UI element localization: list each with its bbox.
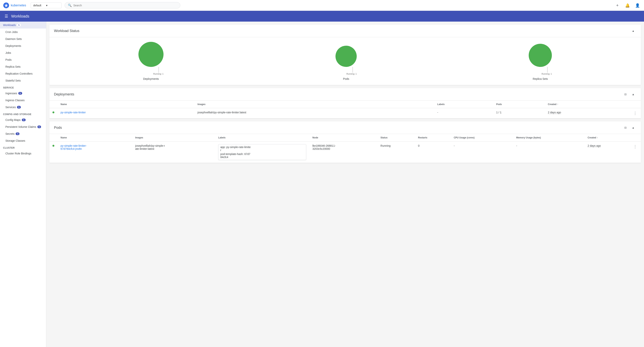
sidebar-item-services[interactable]: Services N bbox=[0, 104, 46, 111]
add-button[interactable]: + bbox=[614, 2, 621, 9]
chart-replica-sets-wrap: Running: 1 bbox=[529, 44, 552, 75]
collapse-icon: ▲ bbox=[632, 29, 634, 32]
deployments-filter-button[interactable]: ⊟ bbox=[622, 91, 628, 97]
table-row: py-simple-rate-limiter josephvelliah/py-… bbox=[49, 108, 641, 118]
sidebar-item-deployments[interactable]: Deployments bbox=[0, 42, 46, 49]
pods-col-labels: Labels bbox=[215, 134, 310, 142]
chart-pods-name: Pods bbox=[343, 77, 349, 80]
chart-deployments-running: Running: 1 bbox=[153, 73, 164, 75]
sidebar-item-jobs[interactable]: Jobs bbox=[0, 49, 46, 56]
filter-icon: ⊟ bbox=[624, 93, 627, 96]
sidebar-item-secrets[interactable]: Secrets N bbox=[0, 130, 46, 137]
pods-header: Pods ⊟ ▲ bbox=[49, 122, 641, 134]
workload-status-header: Workload Status ▲ bbox=[49, 25, 641, 37]
sidebar-item-daemon-sets[interactable]: Daemon Sets bbox=[0, 36, 46, 42]
sidebar-pvc-badge: N bbox=[38, 126, 41, 128]
sidebar-storage-classes-label: Storage Classes bbox=[6, 139, 25, 142]
pod-status-dot bbox=[52, 145, 54, 147]
pod-memory-cell: - bbox=[513, 142, 584, 163]
sidebar-item-config-maps[interactable]: Config Maps N bbox=[0, 116, 46, 124]
hamburger-icon[interactable]: ☰ bbox=[5, 14, 8, 18]
workload-status-collapse-button[interactable]: ▲ bbox=[630, 28, 636, 34]
deployments-col-status bbox=[49, 101, 58, 108]
chart-pods: Running: 1 Pods bbox=[336, 46, 357, 80]
sidebar-item-stateful-sets[interactable]: Stateful Sets bbox=[0, 77, 46, 84]
sidebar-secrets-label: Secrets bbox=[6, 132, 14, 135]
deployments-card: Deployments ⊟ ▲ Name Ima bbox=[49, 88, 641, 118]
deployments-collapse-icon: ▲ bbox=[632, 93, 634, 96]
search-bar[interactable]: 🔍 bbox=[64, 2, 180, 8]
sidebar-item-cron-jobs[interactable]: Cron Jobs bbox=[0, 28, 46, 36]
chart-pods-wrap: Running: 1 bbox=[336, 46, 357, 75]
namespace-value: default bbox=[33, 4, 46, 7]
namespace-selector[interactable]: default ▾ bbox=[31, 2, 62, 8]
deployment-name-link[interactable]: py-simple-rate-limiter bbox=[60, 111, 86, 114]
deployment-more-button[interactable]: ⋮ bbox=[632, 110, 638, 116]
pods-col-name: Name bbox=[58, 134, 132, 142]
pods-col-created[interactable]: Created ↑ bbox=[584, 134, 629, 142]
pod-labels-cell: app: py-simple-rate-limiter pod-template… bbox=[215, 142, 310, 163]
sidebar-item-storage-classes[interactable]: Storage Classes bbox=[0, 137, 46, 144]
sidebar-daemon-sets-label: Daemon Sets bbox=[6, 38, 22, 40]
pod-status-text-cell: Running bbox=[377, 142, 415, 163]
app-title: kubernetes bbox=[11, 4, 26, 7]
chart-pods-running: Running: 1 bbox=[346, 73, 357, 75]
section-title: Workloads bbox=[11, 14, 29, 18]
workload-status-title: Workload Status bbox=[54, 29, 630, 33]
account-button[interactable]: 👤 bbox=[634, 2, 641, 9]
pods-table: Name Images Labels Node Status Restarts … bbox=[49, 134, 641, 163]
pods-title: Pods bbox=[54, 126, 622, 130]
pods-filter-icon: ⊟ bbox=[624, 126, 627, 129]
sort-asc-icon: ↑ bbox=[557, 103, 558, 106]
search-icon: 🔍 bbox=[68, 4, 72, 7]
sidebar-secrets-badge: N bbox=[16, 132, 20, 135]
workload-status-actions: ▲ bbox=[630, 28, 636, 34]
sidebar-item-ingresses[interactable]: Ingresses N bbox=[0, 90, 46, 97]
pod-name-cell: py-simple-rate-limiter-67d784cfc4-jnv8n bbox=[58, 142, 132, 163]
pods-sort-icon: ↑ bbox=[597, 136, 598, 139]
search-input[interactable] bbox=[73, 4, 177, 7]
pod-status-cell bbox=[49, 142, 58, 163]
sidebar-services-label: Services bbox=[6, 106, 16, 109]
chart-replica-sets-stem bbox=[547, 67, 548, 73]
deployments-col-actions bbox=[629, 101, 641, 108]
sidebar-item-replica-sets[interactable]: Replica Sets bbox=[0, 63, 46, 70]
pods-col-status-text: Status bbox=[377, 134, 415, 142]
notifications-button[interactable]: 🔔 bbox=[624, 2, 631, 9]
sidebar-item-cluster-role-bindings[interactable]: Cluster Role Bindings bbox=[0, 150, 46, 157]
content-area: Workload Status ▲ Running: 1 bbox=[46, 22, 644, 347]
person-icon: 👤 bbox=[635, 3, 640, 8]
sidebar-item-pods[interactable]: Pods bbox=[0, 56, 46, 63]
deployment-images-cell: josephvelliah/py-simple-rate-limiter:lat… bbox=[194, 108, 434, 118]
topbar-actions: + 🔔 👤 bbox=[614, 2, 641, 9]
chart-deployments-wrap: Running: 1 bbox=[138, 42, 164, 75]
sidebar-ingresses-label: Ingresses bbox=[6, 92, 17, 95]
deployments-collapse-button[interactable]: ▲ bbox=[630, 91, 636, 97]
sidebar-replica-sets-label: Replica Sets bbox=[6, 65, 21, 68]
chart-deployments-name: Deployments bbox=[143, 77, 159, 80]
pod-name-link[interactable]: py-simple-rate-limiter-67d784cfc4-jnv8n bbox=[60, 144, 86, 150]
sidebar-item-workloads[interactable]: Workloads N bbox=[0, 22, 46, 28]
deployments-col-created[interactable]: Created ↑ bbox=[545, 101, 629, 108]
sidebar: Workloads N Cron Jobs Daemon Sets Deploy… bbox=[0, 22, 46, 347]
bell-icon: 🔔 bbox=[625, 3, 630, 8]
sidebar-cron-jobs-label: Cron Jobs bbox=[6, 30, 18, 34]
sidebar-item-replication-controllers[interactable]: Replication Controllers bbox=[0, 70, 46, 77]
deployments-table-wrap: Name Images Labels Pods Created ↑ bbox=[49, 101, 641, 118]
pods-collapse-button[interactable]: ▲ bbox=[630, 124, 636, 131]
pods-col-restarts: Restarts bbox=[415, 134, 450, 142]
chart-replica-sets-running: Running: 1 bbox=[542, 73, 552, 75]
sidebar-item-persistent-volume-claims[interactable]: Persistent Volume Claims N bbox=[0, 124, 46, 130]
pods-col-cpu: CPU Usage (cores) bbox=[450, 134, 513, 142]
deployments-title: Deployments bbox=[54, 92, 622, 96]
pods-filter-button[interactable]: ⊟ bbox=[622, 124, 628, 131]
chart-pods-circle bbox=[336, 46, 357, 67]
deployment-more-cell: ⋮ bbox=[629, 108, 641, 118]
deployments-col-name: Name bbox=[58, 101, 194, 108]
sidebar-group-cluster: Cluster bbox=[0, 144, 46, 150]
deployment-labels-cell: - bbox=[434, 108, 493, 118]
pod-more-button[interactable]: ⋮ bbox=[632, 144, 638, 150]
sidebar-item-ingress-classes[interactable]: Ingress Classes bbox=[0, 97, 46, 104]
pods-col-actions bbox=[629, 134, 641, 142]
deployments-col-images: Images bbox=[194, 101, 434, 108]
